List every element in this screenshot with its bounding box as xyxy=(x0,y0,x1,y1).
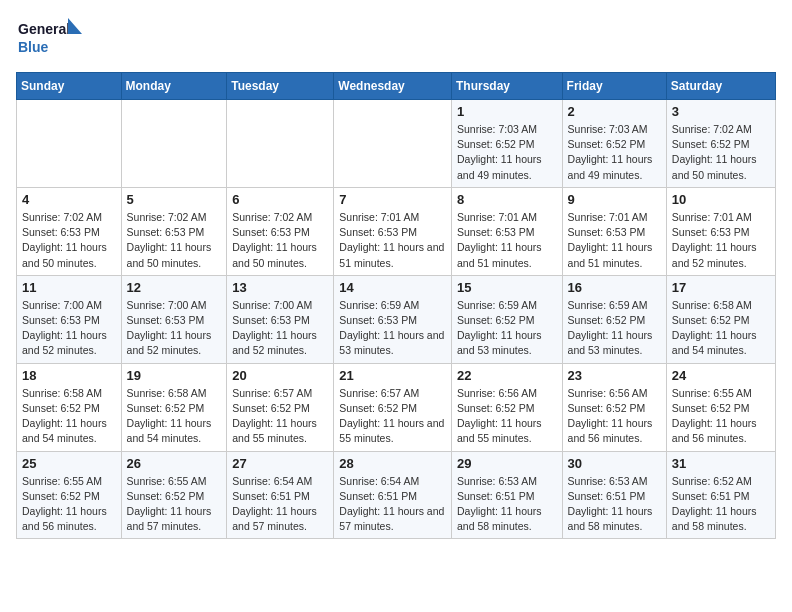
day-info: Sunrise: 7:02 AMSunset: 6:53 PMDaylight:… xyxy=(127,210,222,271)
logo-svg: GeneralBlue xyxy=(16,16,86,60)
day-number: 15 xyxy=(457,280,557,295)
col-header-friday: Friday xyxy=(562,73,666,100)
day-info: Sunrise: 6:56 AMSunset: 6:52 PMDaylight:… xyxy=(457,386,557,447)
day-number: 18 xyxy=(22,368,116,383)
day-number: 5 xyxy=(127,192,222,207)
calendar-cell: 31Sunrise: 6:52 AMSunset: 6:51 PMDayligh… xyxy=(666,451,775,539)
calendar-cell: 10Sunrise: 7:01 AMSunset: 6:53 PMDayligh… xyxy=(666,187,775,275)
day-number: 22 xyxy=(457,368,557,383)
calendar-cell: 19Sunrise: 6:58 AMSunset: 6:52 PMDayligh… xyxy=(121,363,227,451)
calendar-cell: 2Sunrise: 7:03 AMSunset: 6:52 PMDaylight… xyxy=(562,100,666,188)
day-info: Sunrise: 7:03 AMSunset: 6:52 PMDaylight:… xyxy=(568,122,661,183)
day-info: Sunrise: 7:03 AMSunset: 6:52 PMDaylight:… xyxy=(457,122,557,183)
logo: GeneralBlue xyxy=(16,16,86,60)
day-number: 4 xyxy=(22,192,116,207)
day-info: Sunrise: 7:02 AMSunset: 6:53 PMDaylight:… xyxy=(22,210,116,271)
calendar-cell: 7Sunrise: 7:01 AMSunset: 6:53 PMDaylight… xyxy=(334,187,452,275)
calendar-cell: 4Sunrise: 7:02 AMSunset: 6:53 PMDaylight… xyxy=(17,187,122,275)
day-number: 24 xyxy=(672,368,770,383)
calendar-cell: 15Sunrise: 6:59 AMSunset: 6:52 PMDayligh… xyxy=(451,275,562,363)
calendar-cell: 12Sunrise: 7:00 AMSunset: 6:53 PMDayligh… xyxy=(121,275,227,363)
calendar-cell: 3Sunrise: 7:02 AMSunset: 6:52 PMDaylight… xyxy=(666,100,775,188)
calendar-cell: 1Sunrise: 7:03 AMSunset: 6:52 PMDaylight… xyxy=(451,100,562,188)
day-number: 1 xyxy=(457,104,557,119)
svg-text:Blue: Blue xyxy=(18,39,49,55)
calendar-cell: 21Sunrise: 6:57 AMSunset: 6:52 PMDayligh… xyxy=(334,363,452,451)
calendar-cell: 23Sunrise: 6:56 AMSunset: 6:52 PMDayligh… xyxy=(562,363,666,451)
calendar-week-row: 1Sunrise: 7:03 AMSunset: 6:52 PMDaylight… xyxy=(17,100,776,188)
day-number: 14 xyxy=(339,280,446,295)
calendar-week-row: 4Sunrise: 7:02 AMSunset: 6:53 PMDaylight… xyxy=(17,187,776,275)
day-number: 30 xyxy=(568,456,661,471)
col-header-thursday: Thursday xyxy=(451,73,562,100)
calendar-week-row: 18Sunrise: 6:58 AMSunset: 6:52 PMDayligh… xyxy=(17,363,776,451)
day-number: 29 xyxy=(457,456,557,471)
day-number: 27 xyxy=(232,456,328,471)
calendar-cell: 27Sunrise: 6:54 AMSunset: 6:51 PMDayligh… xyxy=(227,451,334,539)
day-info: Sunrise: 7:00 AMSunset: 6:53 PMDaylight:… xyxy=(127,298,222,359)
day-info: Sunrise: 6:59 AMSunset: 6:52 PMDaylight:… xyxy=(568,298,661,359)
day-number: 13 xyxy=(232,280,328,295)
day-number: 26 xyxy=(127,456,222,471)
day-number: 28 xyxy=(339,456,446,471)
day-number: 12 xyxy=(127,280,222,295)
calendar-cell: 30Sunrise: 6:53 AMSunset: 6:51 PMDayligh… xyxy=(562,451,666,539)
calendar-cell: 18Sunrise: 6:58 AMSunset: 6:52 PMDayligh… xyxy=(17,363,122,451)
day-number: 6 xyxy=(232,192,328,207)
calendar-cell: 16Sunrise: 6:59 AMSunset: 6:52 PMDayligh… xyxy=(562,275,666,363)
day-info: Sunrise: 6:55 AMSunset: 6:52 PMDaylight:… xyxy=(22,474,116,535)
col-header-wednesday: Wednesday xyxy=(334,73,452,100)
day-info: Sunrise: 6:59 AMSunset: 6:53 PMDaylight:… xyxy=(339,298,446,359)
day-info: Sunrise: 7:01 AMSunset: 6:53 PMDaylight:… xyxy=(568,210,661,271)
calendar-cell: 29Sunrise: 6:53 AMSunset: 6:51 PMDayligh… xyxy=(451,451,562,539)
day-number: 11 xyxy=(22,280,116,295)
calendar-table: SundayMondayTuesdayWednesdayThursdayFrid… xyxy=(16,72,776,539)
calendar-cell: 8Sunrise: 7:01 AMSunset: 6:53 PMDaylight… xyxy=(451,187,562,275)
day-number: 23 xyxy=(568,368,661,383)
calendar-cell: 11Sunrise: 7:00 AMSunset: 6:53 PMDayligh… xyxy=(17,275,122,363)
day-info: Sunrise: 6:58 AMSunset: 6:52 PMDaylight:… xyxy=(672,298,770,359)
day-number: 20 xyxy=(232,368,328,383)
day-number: 2 xyxy=(568,104,661,119)
calendar-cell: 17Sunrise: 6:58 AMSunset: 6:52 PMDayligh… xyxy=(666,275,775,363)
day-number: 10 xyxy=(672,192,770,207)
calendar-cell xyxy=(334,100,452,188)
day-number: 8 xyxy=(457,192,557,207)
day-info: Sunrise: 6:55 AMSunset: 6:52 PMDaylight:… xyxy=(672,386,770,447)
calendar-cell: 26Sunrise: 6:55 AMSunset: 6:52 PMDayligh… xyxy=(121,451,227,539)
day-info: Sunrise: 7:02 AMSunset: 6:52 PMDaylight:… xyxy=(672,122,770,183)
day-info: Sunrise: 6:58 AMSunset: 6:52 PMDaylight:… xyxy=(22,386,116,447)
day-info: Sunrise: 6:57 AMSunset: 6:52 PMDaylight:… xyxy=(339,386,446,447)
day-number: 9 xyxy=(568,192,661,207)
day-info: Sunrise: 7:00 AMSunset: 6:53 PMDaylight:… xyxy=(232,298,328,359)
day-info: Sunrise: 6:54 AMSunset: 6:51 PMDaylight:… xyxy=(339,474,446,535)
day-info: Sunrise: 6:59 AMSunset: 6:52 PMDaylight:… xyxy=(457,298,557,359)
calendar-cell: 20Sunrise: 6:57 AMSunset: 6:52 PMDayligh… xyxy=(227,363,334,451)
day-number: 16 xyxy=(568,280,661,295)
day-info: Sunrise: 6:57 AMSunset: 6:52 PMDaylight:… xyxy=(232,386,328,447)
day-info: Sunrise: 6:52 AMSunset: 6:51 PMDaylight:… xyxy=(672,474,770,535)
day-info: Sunrise: 7:01 AMSunset: 6:53 PMDaylight:… xyxy=(339,210,446,271)
calendar-cell: 9Sunrise: 7:01 AMSunset: 6:53 PMDaylight… xyxy=(562,187,666,275)
day-info: Sunrise: 7:01 AMSunset: 6:53 PMDaylight:… xyxy=(457,210,557,271)
calendar-cell: 24Sunrise: 6:55 AMSunset: 6:52 PMDayligh… xyxy=(666,363,775,451)
calendar-cell xyxy=(17,100,122,188)
day-info: Sunrise: 6:56 AMSunset: 6:52 PMDaylight:… xyxy=(568,386,661,447)
day-info: Sunrise: 6:55 AMSunset: 6:52 PMDaylight:… xyxy=(127,474,222,535)
calendar-header-row: SundayMondayTuesdayWednesdayThursdayFrid… xyxy=(17,73,776,100)
col-header-tuesday: Tuesday xyxy=(227,73,334,100)
day-info: Sunrise: 7:01 AMSunset: 6:53 PMDaylight:… xyxy=(672,210,770,271)
day-number: 21 xyxy=(339,368,446,383)
col-header-sunday: Sunday xyxy=(17,73,122,100)
day-number: 17 xyxy=(672,280,770,295)
calendar-cell: 14Sunrise: 6:59 AMSunset: 6:53 PMDayligh… xyxy=(334,275,452,363)
calendar-cell xyxy=(121,100,227,188)
day-number: 3 xyxy=(672,104,770,119)
col-header-monday: Monday xyxy=(121,73,227,100)
calendar-cell: 6Sunrise: 7:02 AMSunset: 6:53 PMDaylight… xyxy=(227,187,334,275)
calendar-cell: 25Sunrise: 6:55 AMSunset: 6:52 PMDayligh… xyxy=(17,451,122,539)
day-info: Sunrise: 7:02 AMSunset: 6:53 PMDaylight:… xyxy=(232,210,328,271)
day-info: Sunrise: 6:53 AMSunset: 6:51 PMDaylight:… xyxy=(457,474,557,535)
col-header-saturday: Saturday xyxy=(666,73,775,100)
day-number: 25 xyxy=(22,456,116,471)
